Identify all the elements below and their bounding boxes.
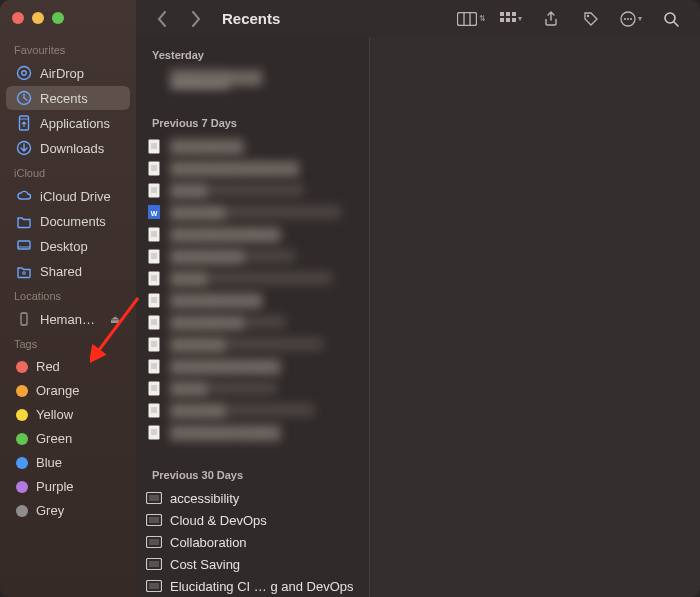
file-type-icon — [146, 424, 162, 440]
file-row[interactable]: ████████████ — [136, 421, 369, 443]
file-name: ████ — [170, 183, 304, 197]
svg-rect-53 — [149, 293, 160, 307]
svg-point-23 — [627, 18, 629, 20]
minimize-window-button[interactable] — [32, 12, 44, 24]
file-type-icon — [146, 336, 162, 352]
sidebar-item-label: Desktop — [40, 239, 120, 254]
sidebar-section-label: Locations — [0, 284, 136, 306]
sidebar-item-applications[interactable]: Applications — [6, 111, 130, 135]
sidebar-item-red[interactable]: Red — [6, 355, 130, 378]
file-list-column[interactable]: Yesterday██████████Previous 7 Days██████… — [136, 37, 370, 597]
zoom-window-button[interactable] — [52, 12, 64, 24]
file-row[interactable]: ████ — [136, 377, 369, 399]
file-row[interactable]: accessibility — [136, 487, 369, 509]
chevron-down-icon: ▾ — [518, 14, 522, 23]
sidebar-item-airdrop[interactable]: AirDrop — [6, 61, 130, 85]
svg-rect-35 — [149, 183, 160, 197]
file-name: Collaboration — [170, 535, 247, 550]
file-name: Cloud & DevOps — [170, 513, 267, 528]
svg-point-20 — [587, 14, 589, 16]
sidebar-item-shared[interactable]: Shared — [6, 259, 130, 283]
search-button[interactable] — [656, 5, 686, 33]
file-type-icon — [146, 182, 162, 198]
close-window-button[interactable] — [12, 12, 24, 24]
file-name: ██████████████ — [170, 161, 267, 175]
grid-icon — [500, 12, 516, 26]
sidebar-item-blue[interactable]: Blue — [6, 451, 130, 474]
file-row[interactable]: ████████ — [136, 311, 369, 333]
svg-rect-49 — [149, 271, 160, 285]
sidebar-item-icloud-drive[interactable]: iCloud Drive — [6, 184, 130, 208]
file-row[interactable]: ████ — [136, 267, 369, 289]
share-button[interactable] — [536, 5, 566, 33]
sidebar-item-label: Purple — [36, 479, 120, 494]
sidebar-item-orange[interactable]: Orange — [6, 379, 130, 402]
share-icon — [544, 11, 558, 27]
sidebar-item-downloads[interactable]: Downloads — [6, 136, 130, 160]
device-icon — [16, 311, 32, 327]
sidebar-item-label: Grey — [36, 503, 120, 518]
sidebar-section-label: Tags — [0, 332, 136, 354]
file-row[interactable]: ██████ — [136, 333, 369, 355]
tags-button[interactable] — [576, 5, 606, 33]
group-header: Previous 7 Days — [136, 105, 369, 135]
group-by-button[interactable]: ▾ — [496, 5, 526, 33]
sidebar-item-purple[interactable]: Purple — [6, 475, 130, 498]
sidebar-item-grey[interactable]: Grey — [6, 499, 130, 522]
sidebar-item-green[interactable]: Green — [6, 427, 130, 450]
svg-rect-15 — [506, 12, 510, 16]
file-row[interactable]: ██████████ — [136, 289, 369, 311]
file-row[interactable]: ████████████ — [136, 223, 369, 245]
file-row[interactable]: ████████ — [136, 135, 369, 157]
file-row[interactable]: W██████ — [136, 201, 369, 223]
back-button[interactable] — [150, 5, 174, 33]
file-name: ██████████ — [170, 70, 230, 88]
desktop-icon — [16, 238, 32, 254]
svg-rect-69 — [149, 381, 160, 395]
file-type-icon — [146, 248, 162, 264]
sidebar-item-desktop[interactable]: Desktop — [6, 234, 130, 258]
sidebar-item-label: Heman… — [40, 312, 102, 327]
eject-icon[interactable]: ⏏ — [110, 313, 120, 326]
file-row[interactable]: ████████████ — [136, 355, 369, 377]
file-row[interactable]: ██████████████ — [136, 157, 369, 179]
file-row[interactable]: Collaboration — [136, 531, 369, 553]
sidebar-item-heman[interactable]: Heman…⏏ — [6, 307, 130, 331]
sidebar-item-documents[interactable]: Documents — [6, 209, 130, 233]
tag-color-dot — [16, 361, 28, 373]
sidebar-item-yellow[interactable]: Yellow — [6, 403, 130, 426]
main-pane: Recents ⇅ ▾ ▾ Yesterd — [136, 0, 700, 597]
svg-rect-73 — [149, 403, 160, 417]
sidebar-item-label: Blue — [36, 455, 120, 470]
file-row[interactable]: Elucidating CI … g and DevOps — [136, 575, 369, 597]
file-type-icon — [146, 292, 162, 308]
apps-icon — [16, 115, 32, 131]
file-row[interactable]: ██████ — [136, 399, 369, 421]
sidebar-section-label: iCloud — [0, 161, 136, 183]
sidebar-item-label: AirDrop — [40, 66, 120, 81]
folder-icon — [16, 213, 32, 229]
file-type-icon — [146, 578, 162, 594]
file-row[interactable]: ████████ — [136, 245, 369, 267]
tag-icon — [583, 11, 599, 27]
file-name: ████████ — [170, 249, 295, 263]
svg-point-22 — [624, 18, 626, 20]
sidebar-item-recents[interactable]: Recents — [6, 86, 130, 110]
file-row[interactable]: Cloud & DevOps — [136, 509, 369, 531]
file-row[interactable]: Cost Saving — [136, 553, 369, 575]
file-row[interactable]: ████ — [136, 179, 369, 201]
chevron-down-icon: ▾ — [638, 14, 642, 23]
svg-rect-82 — [149, 495, 159, 501]
file-row[interactable]: ██████████ — [136, 67, 369, 91]
svg-rect-41 — [149, 227, 160, 241]
forward-button[interactable] — [184, 5, 208, 33]
sidebar-item-label: Recents — [40, 91, 120, 106]
file-name: ████ — [170, 381, 277, 395]
sidebar-item-label: Applications — [40, 116, 120, 131]
file-name: ████ — [170, 271, 332, 285]
more-button[interactable]: ▾ — [616, 5, 646, 33]
view-mode-button[interactable]: ⇅ — [456, 5, 486, 33]
sidebar-section-label: Favourites — [0, 38, 136, 60]
svg-point-1 — [22, 71, 26, 75]
svg-rect-57 — [149, 315, 160, 329]
